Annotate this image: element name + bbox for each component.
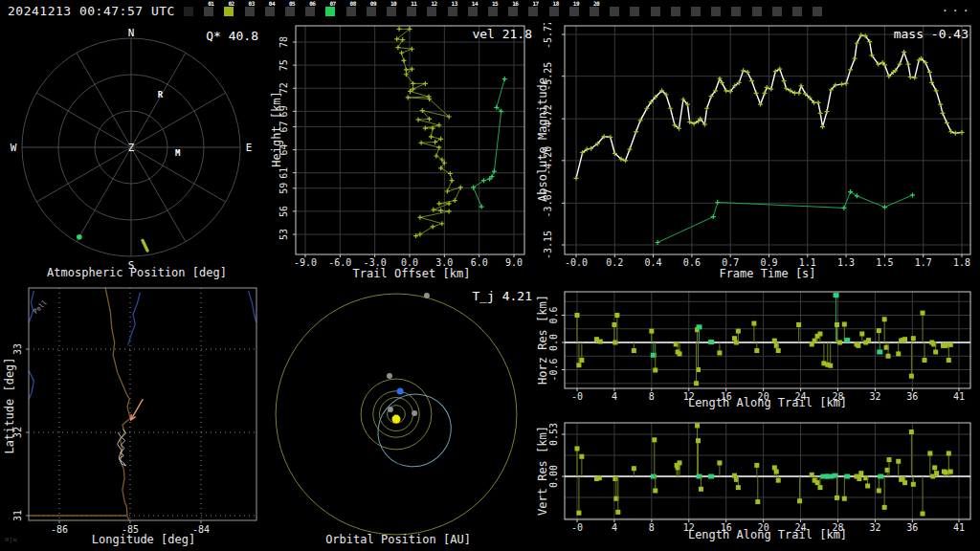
frame-button-09[interactable]: 09 bbox=[365, 0, 385, 23]
frame-label: 07 bbox=[329, 0, 335, 7]
frame-square[interactable] bbox=[407, 7, 416, 16]
svg-text:0.4: 0.4 bbox=[645, 257, 662, 268]
atmospheric-position-panel: NESWZRM Q* 40.8 Atmospheric Position [de… bbox=[0, 23, 268, 283]
frame-square[interactable] bbox=[387, 7, 396, 16]
frame-square[interactable] bbox=[204, 7, 213, 16]
frame-button-04[interactable]: 04 bbox=[263, 0, 283, 23]
frame-square[interactable] bbox=[508, 7, 518, 16]
latitude-ylabel: Latitude [deg] bbox=[3, 357, 16, 453]
residuals-panel: -04812162024283236410.60.0-0.6-048121620… bbox=[532, 283, 980, 551]
frame-button-17[interactable]: 17 bbox=[526, 0, 546, 23]
frame-square[interactable] bbox=[549, 7, 559, 16]
meteor-analysis-dashboard: 20241213 00:47:57 UTC 010203040506070809… bbox=[0, 0, 980, 551]
frame-square[interactable] bbox=[468, 7, 478, 16]
frame-square[interactable] bbox=[488, 7, 498, 16]
svg-text:0.53: 0.53 bbox=[548, 423, 559, 446]
frame-square[interactable] bbox=[528, 7, 538, 16]
frame-square[interactable] bbox=[569, 7, 579, 16]
svg-text:53: 53 bbox=[278, 229, 289, 240]
atmospheric-position-plot: NESWZRM bbox=[0, 23, 268, 283]
atmospheric-xlabel: Atmospheric Position [deg] bbox=[47, 266, 227, 279]
light-curve-panel: -0.00.20.40.60.70.91.11.31.51.71.8-5.77-… bbox=[532, 23, 980, 283]
frame-label: 20 bbox=[593, 0, 599, 7]
svg-text:4: 4 bbox=[612, 522, 617, 533]
svg-text:0.00: 0.00 bbox=[548, 465, 559, 488]
frame-square[interactable] bbox=[305, 7, 315, 16]
frame-button-11[interactable]: 11 bbox=[405, 0, 425, 23]
frame-button-16[interactable]: 16 bbox=[506, 0, 526, 23]
frame-square[interactable] bbox=[346, 7, 356, 16]
svg-text:32: 32 bbox=[869, 391, 880, 402]
frame-label: 08 bbox=[350, 0, 356, 7]
topbar: 20241213 00:47:57 UTC 010203040506070809… bbox=[0, 0, 980, 23]
q-star-stat: Q* 40.8 bbox=[206, 29, 258, 43]
svg-text:R: R bbox=[158, 90, 164, 99]
frame-button-13[interactable]: 13 bbox=[446, 0, 466, 23]
frame-square[interactable] bbox=[224, 7, 234, 16]
frame-slot-blank bbox=[750, 0, 770, 23]
frame-button-12[interactable]: 12 bbox=[425, 0, 445, 23]
frame-label: 03 bbox=[249, 0, 255, 7]
svg-text:41: 41 bbox=[953, 391, 965, 402]
frame-label: 17 bbox=[532, 0, 538, 7]
frame-square[interactable] bbox=[448, 7, 457, 16]
horz-res-ylabel: Horz Res [km] bbox=[536, 295, 549, 385]
frame-label: 11 bbox=[411, 0, 416, 7]
frame-square bbox=[731, 7, 741, 16]
frame-button-15[interactable]: 15 bbox=[486, 0, 506, 23]
frame-slot-blank bbox=[182, 0, 202, 23]
frame-square[interactable] bbox=[245, 7, 255, 16]
svg-text:78: 78 bbox=[278, 36, 289, 48]
frame-square bbox=[610, 7, 619, 16]
frame-label: 19 bbox=[573, 0, 579, 7]
svg-text:Z: Z bbox=[128, 142, 135, 154]
frame-button-07[interactable]: 07 bbox=[323, 0, 344, 23]
frame-square[interactable] bbox=[367, 7, 376, 16]
frame-slot-blank bbox=[770, 0, 791, 23]
svg-text:4: 4 bbox=[612, 391, 617, 402]
ground-track-map: -86-85-84333231 bbox=[0, 283, 268, 551]
frame-square bbox=[651, 7, 660, 16]
frame-button-02[interactable]: 02 bbox=[222, 0, 242, 23]
frame-button-20[interactable]: 20 bbox=[588, 0, 608, 23]
frame-square bbox=[630, 7, 639, 16]
frame-square[interactable] bbox=[590, 7, 599, 16]
svg-text:0.6: 0.6 bbox=[548, 306, 559, 323]
frame-label: 13 bbox=[452, 0, 457, 7]
frame-label: 15 bbox=[492, 0, 498, 7]
frame-button-18[interactable]: 18 bbox=[547, 0, 568, 23]
frame-button-06[interactable]: 06 bbox=[303, 0, 323, 23]
velocity-stat: vel 21.8 bbox=[472, 27, 532, 41]
frame-square[interactable] bbox=[325, 7, 335, 16]
frame-button-08[interactable]: 08 bbox=[345, 0, 365, 23]
frame-square[interactable] bbox=[265, 7, 275, 16]
svg-text:-5.77: -5.77 bbox=[543, 23, 553, 49]
svg-text:9.0: 9.0 bbox=[505, 257, 523, 268]
frame-square[interactable] bbox=[285, 7, 295, 16]
longitude-xlabel: Longitude [deg] bbox=[92, 533, 195, 546]
trail-offset-xlabel: Trail Offset [km] bbox=[353, 267, 471, 280]
frame-button-19[interactable]: 19 bbox=[568, 0, 588, 23]
svg-text:-0: -0 bbox=[571, 522, 583, 533]
magnitude-ylabel: Absolute Magnitude bbox=[536, 77, 549, 202]
svg-text:36: 36 bbox=[906, 522, 918, 533]
frame-label: 04 bbox=[269, 0, 275, 7]
light-curve-plot: -0.00.20.40.60.70.91.11.31.51.71.8-5.77-… bbox=[532, 23, 980, 283]
frame-button-01[interactable]: 01 bbox=[202, 0, 222, 23]
frame-label: 14 bbox=[472, 0, 478, 7]
frame-label: 09 bbox=[370, 0, 376, 7]
frame-button-03[interactable]: 03 bbox=[243, 0, 263, 23]
frame-button-05[interactable]: 05 bbox=[283, 0, 303, 23]
frame-square bbox=[772, 7, 782, 16]
svg-text:W: W bbox=[11, 142, 17, 154]
frame-button-14[interactable]: 14 bbox=[466, 0, 486, 23]
frame-button-10[interactable]: 10 bbox=[385, 0, 405, 23]
trail-offset-plot: -9.0-6.0-3.00.03.06.09.05356596164676972… bbox=[268, 23, 546, 283]
frame-slot-blank bbox=[628, 0, 648, 23]
frame-square bbox=[184, 7, 193, 16]
frame-square[interactable] bbox=[427, 7, 436, 16]
overflow-menu-icon[interactable]: ... bbox=[942, 0, 972, 14]
utc-timestamp: 20241213 00:47:57 UTC bbox=[8, 4, 175, 18]
frame-square bbox=[691, 7, 701, 16]
vert-res-ylabel: Vert Res [km] bbox=[536, 426, 549, 516]
